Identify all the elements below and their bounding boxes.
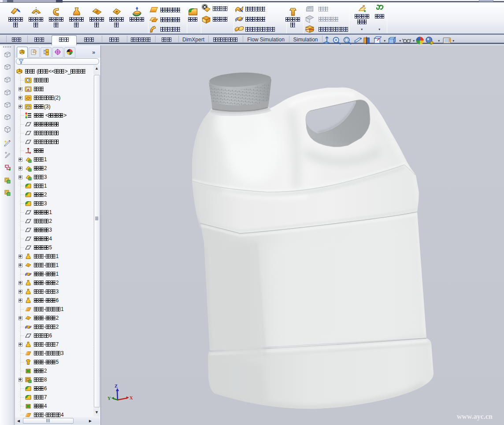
svg-text:Y: Y: [107, 396, 111, 401]
svg-text:X: X: [130, 395, 133, 400]
svg-text:www.ayc.cn: www.ayc.cn: [457, 413, 493, 421]
svg-text:A: A: [27, 88, 30, 92]
svg-text:Z: Z: [115, 384, 118, 388]
